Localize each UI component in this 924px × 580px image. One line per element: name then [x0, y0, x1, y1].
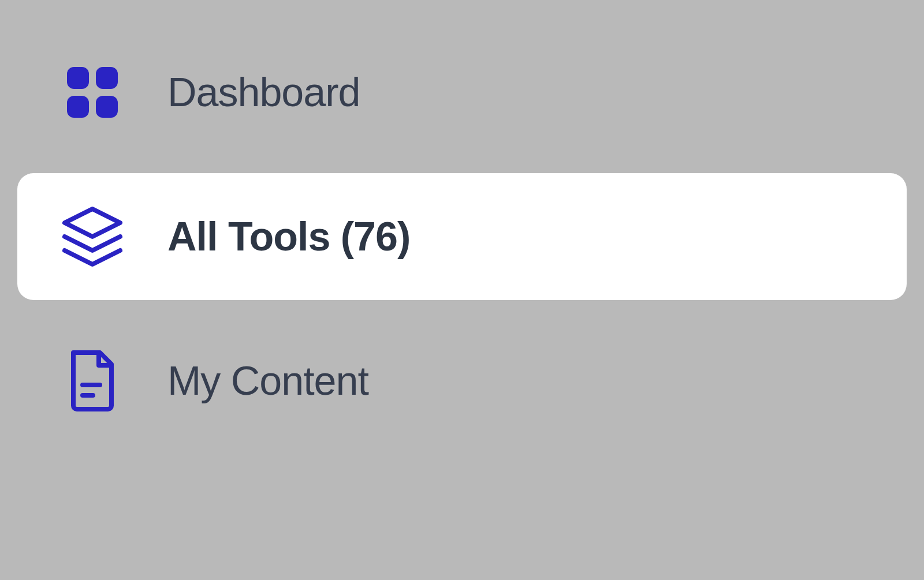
sidebar-item-label: All Tools (76) [167, 214, 410, 260]
sidebar-item-label: My Content [167, 358, 368, 404]
sidebar-item-my-content[interactable]: My Content [17, 317, 907, 444]
svg-rect-2 [67, 96, 89, 118]
grid-icon [58, 58, 127, 127]
sidebar-item-label: Dashboard [167, 69, 360, 115]
sidebar-item-all-tools[interactable]: All Tools (76) [17, 173, 907, 300]
svg-rect-3 [96, 96, 118, 118]
document-icon [58, 346, 127, 416]
svg-rect-1 [96, 67, 118, 89]
svg-rect-0 [67, 67, 89, 89]
sidebar-nav: Dashboard All Tools (76) My Content [17, 29, 907, 444]
sidebar-item-dashboard[interactable]: Dashboard [17, 29, 907, 156]
layers-icon [58, 202, 127, 271]
